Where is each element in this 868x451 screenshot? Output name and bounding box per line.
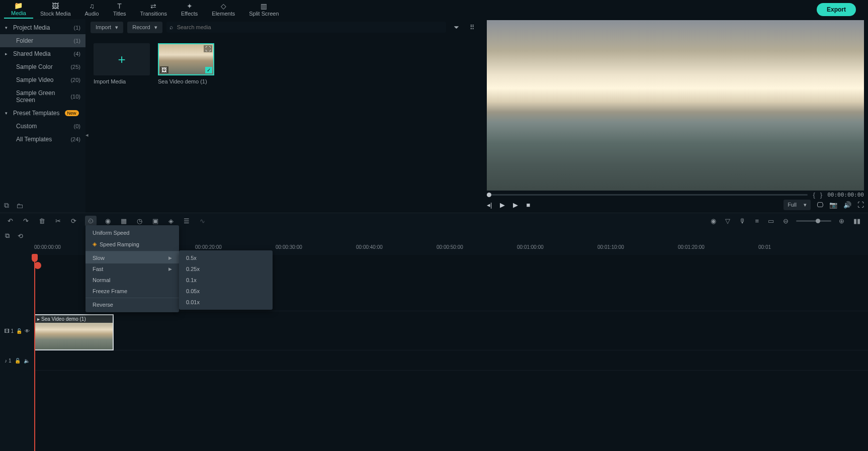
sidebar-item-sample-color[interactable]: Sample Color(25) (0, 60, 85, 73)
play-forward-button[interactable]: ▶ (513, 201, 518, 209)
ctx-normal[interactable]: Normal (85, 275, 179, 286)
search-input[interactable] (173, 22, 443, 33)
mixer-button[interactable]: ≡ (753, 216, 760, 226)
adjust-button[interactable]: ☰ (182, 216, 191, 226)
ctx-freeze[interactable]: Freeze Frame (85, 286, 179, 297)
delete-button[interactable]: 🗑 (37, 216, 47, 226)
render-button[interactable]: ◉ (709, 216, 718, 226)
sidebar-item-sample-green[interactable]: Sample Green Screen(10) (0, 86, 85, 107)
play-button[interactable]: ▶ (500, 201, 505, 209)
import-dropdown[interactable]: Import▾ (91, 22, 123, 33)
lock-icon[interactable]: 🔓 (15, 358, 21, 364)
nav-tab-titles[interactable]: TTitles (106, 1, 133, 19)
zoom-handle[interactable] (816, 219, 820, 223)
nav-tab-stock[interactable]: 🖼Stock Media (33, 1, 78, 19)
fullscreen-button[interactable]: ⛶ (857, 201, 864, 209)
color-button[interactable]: ◉ (104, 216, 112, 226)
sub-005x[interactable]: 0.05x (179, 286, 273, 297)
add-folder-button[interactable]: ⧉ (4, 201, 9, 210)
stop-button[interactable]: ■ (526, 201, 530, 209)
in-marker[interactable] (34, 262, 41, 269)
nav-tab-media[interactable]: 📁Media (4, 1, 33, 19)
track-options-button[interactable]: ⧉ (5, 232, 10, 240)
playhead[interactable] (34, 255, 35, 451)
nav-tab-split[interactable]: ▥Split Screen (242, 1, 286, 19)
green-screen-button[interactable]: ▦ (119, 216, 128, 226)
grid-view-button[interactable]: ⠿ (467, 22, 478, 33)
undo-button[interactable]: ↶ (6, 216, 15, 226)
quality-select[interactable]: Full▾ (784, 200, 811, 210)
ctx-uniform-speed[interactable]: Uniform Speed (85, 227, 179, 238)
voiceover-button[interactable]: 🎙 (738, 216, 747, 226)
text-icon: T (117, 3, 122, 10)
video-track-label[interactable]: 🎞 1 🔓 👁 (0, 311, 34, 350)
nav-tab-transitions[interactable]: ⇄Transitions (133, 1, 174, 19)
sidebar-item-folder[interactable]: Folder(1) (0, 34, 85, 47)
speaker-icon[interactable]: 🔈 (24, 358, 30, 364)
link-button[interactable]: ⟲ (18, 232, 23, 240)
prev-frame-button[interactable]: ◂| (487, 201, 492, 209)
detect-button[interactable]: ▣ (151, 216, 160, 226)
eye-icon[interactable]: 👁 (25, 328, 30, 334)
snap-button[interactable]: ▭ (766, 216, 775, 226)
marker-button[interactable]: ▽ (724, 216, 732, 226)
sidebar-item-sample-video[interactable]: Sample Video(20) (0, 73, 85, 86)
sub-05x[interactable]: 0.5x (179, 252, 273, 263)
import-media-tile[interactable]: + Import Media (94, 43, 150, 84)
bracket-left-icon[interactable]: { (813, 191, 815, 199)
audio-track[interactable] (34, 350, 868, 371)
redo-button[interactable]: ↷ (22, 216, 30, 226)
sub-01x[interactable]: 0.1x (179, 275, 273, 286)
speed-button[interactable]: ⏲ (85, 216, 97, 226)
video-track[interactable]: ▸Sea Video demo (1) (34, 311, 868, 350)
playhead-handle[interactable] (32, 254, 38, 262)
timer-button[interactable]: ◷ (135, 216, 144, 226)
snapshot-button[interactable]: 📷 (829, 201, 837, 209)
ctx-fast[interactable]: Fast▶ (85, 263, 179, 275)
export-button[interactable]: Export (817, 3, 856, 16)
scrub-handle[interactable] (487, 193, 491, 197)
display-button[interactable]: 🖵 (817, 201, 823, 209)
timeline-clip[interactable]: ▸Sea Video demo (1) (34, 314, 114, 350)
zoom-slider[interactable] (796, 220, 831, 222)
sub-001x[interactable]: 0.01x (179, 297, 273, 308)
crop-button[interactable]: ⟳ (69, 216, 78, 226)
sidebar-item-custom[interactable]: Custom(0) (0, 120, 85, 133)
top-nav: 📁Media 🖼Stock Media ♫Audio TTitles ⇄Tran… (0, 0, 868, 19)
ctx-speed-ramping[interactable]: ◈Speed Ramping (85, 238, 179, 250)
ctx-slow[interactable]: Slow▶ (85, 251, 179, 263)
import-tile[interactable]: + (94, 43, 150, 75)
zoom-out-button[interactable]: ⊖ (782, 216, 790, 226)
cut-button[interactable]: ✂ (54, 216, 62, 226)
nav-tab-audio[interactable]: ♫Audio (78, 1, 106, 19)
nav-tab-effects[interactable]: ✦Effects (174, 1, 205, 19)
scrub-track[interactable] (487, 194, 808, 196)
keyframe-button[interactable]: ◈ (167, 216, 175, 226)
sidebar-item-project-media[interactable]: ▾Project Media(1) (0, 21, 85, 34)
chevron-down-icon: ▾ (5, 25, 10, 30)
lock-icon[interactable]: 🔓 (16, 328, 22, 334)
sub-025x[interactable]: 0.25x (179, 263, 273, 275)
filter-button[interactable]: ⏷ (450, 22, 463, 33)
record-dropdown[interactable]: Record▾ (127, 22, 162, 33)
media-panel: Import▾ Record▾ ⌕ ⏷ ⠿ + Import Media ⛶ 🖼… (85, 19, 483, 213)
fit-zoom-button[interactable]: ▮▮ (852, 216, 862, 226)
volume-button[interactable]: 🔊 (843, 201, 851, 209)
folder-button[interactable]: 🗀 (16, 201, 23, 210)
sidebar-item-shared-media[interactable]: ▸Shared Media(4) (0, 47, 85, 60)
chevron-down-icon: ▾ (5, 111, 10, 116)
media-thumbnail[interactable]: ⛶ 🖼 ✓ (158, 43, 214, 75)
sidebar-collapse-handle[interactable]: ◂ (85, 132, 89, 138)
nav-tab-elements[interactable]: ◇Elements (205, 1, 242, 19)
main-area: ▾Project Media(1) Folder(1) ▸Shared Medi… (0, 19, 868, 213)
audio-track-label[interactable]: ♪ 1 🔓 🔈 (0, 350, 34, 371)
audio-wave-button[interactable]: ∿ (198, 216, 207, 226)
zoom-in-button[interactable]: ⊕ (837, 216, 846, 226)
sidebar-item-all-templates[interactable]: All Templates(24) (0, 133, 85, 146)
preview-canvas[interactable] (487, 20, 864, 191)
sidebar-item-preset-templates[interactable]: ▾Preset TemplatesNew (0, 107, 85, 120)
ctx-reverse[interactable]: Reverse (85, 298, 179, 310)
media-item-sea-video[interactable]: ⛶ 🖼 ✓ Sea Video demo (1) (158, 43, 214, 84)
expand-icon[interactable]: ⛶ (204, 45, 212, 52)
bracket-right-icon[interactable]: } (820, 191, 822, 199)
